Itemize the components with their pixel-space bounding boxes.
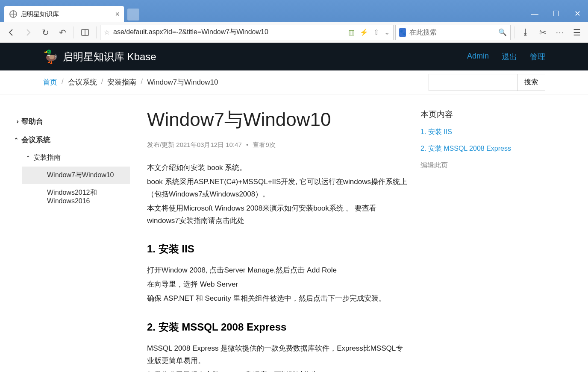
toc-link-iis[interactable]: 1. 安装 IIS [420,128,532,137]
separator [514,26,514,38]
sidebar-label: 会议系统 [21,135,50,145]
search-input[interactable] [409,29,495,36]
forward-button[interactable] [21,25,36,40]
page-search: 搜索 [429,74,545,91]
separator [74,26,74,38]
breadcrumb-bar: 首页 / 会议系统 / 安装指南 / Window7与Window10 搜索 [0,70,588,94]
paw-icon: 🐾 [399,28,406,37]
undo-button[interactable]: ↶ [55,25,70,40]
article-meta: 发布/更新 2021年03月12日 10:47 • 查看9次 [147,141,408,149]
window-controls: — ☐ ✕ [524,5,588,22]
separator [96,26,97,38]
new-tab-button[interactable] [127,9,139,21]
heading-mssql: 2. 安装 MSSQL 2008 Express [147,320,408,334]
url-text: ase/default.aspx?id=-2&title=Window7与Win… [113,28,345,37]
toc-title: 本页内容 [420,109,532,120]
dropdown-icon[interactable]: ⌄ [384,28,390,36]
meta-views: 查看9次 [253,141,275,148]
sidebar-item-install[interactable]: ⌃安装指南 [22,149,130,167]
sidebar-item-helpdesk[interactable]: ⌄帮助台 [10,112,130,131]
main-area: ⌄帮助台 ⌃会议系统 ⌃安装指南 Window7与Window10 Window… [0,94,588,372]
breadcrumb-home[interactable]: 首页 [43,77,57,87]
back-button[interactable] [3,25,19,40]
paragraph: 如果您公司已经有安装MSSQL数据库，可以跳过此步。 [147,369,408,372]
site-logo[interactable]: 🦆 启明星知识库 Kbase [43,49,156,64]
paragraph: book 系统采用ASP.NET(C#)+MSSQL+IIS开发, 它可以运行在… [147,176,408,201]
breadcrumb-item[interactable]: 安装指南 [107,77,136,87]
maximize-button[interactable]: ☐ [545,5,567,22]
paragraph: 确保 ASP.NET 和 Security 里相关组件被选中，然后点击下一步完成… [147,293,408,305]
breadcrumb-item[interactable]: 会议系统 [68,77,97,87]
sidebar-item-meeting[interactable]: ⌃会议系统 [10,131,130,149]
more-icon[interactable]: ⋯ [552,25,567,40]
paragraph: 打开Window 2008, 点击Server Manage,然后点击 Add … [147,264,408,277]
duck-icon: 🦆 [43,49,59,64]
menu-icon[interactable]: ☰ [569,25,585,40]
sidebar-leaf-win2012[interactable]: Windows2012和Windows2016 [22,184,130,209]
download-icon[interactable]: ⭳ [518,25,533,40]
browser-search[interactable]: 🐾 🔍 [395,25,511,40]
table-of-contents: 本页内容 1. 安装 IIS 2. 安装 MSSQL 2008 Express … [420,107,532,372]
page-search-input[interactable] [429,74,517,91]
nav-manage[interactable]: 管理 [530,52,545,62]
sidebar-label: 帮助台 [21,117,43,126]
toc-link-mssql[interactable]: 2. 安装 MSSQL 2008 Express [420,144,532,153]
sidebar-leaf-win7[interactable]: Window7与Window10 [22,167,130,184]
meta-prefix: 发布/更新 [147,141,174,148]
edit-page-link[interactable]: 编辑此页 [420,161,532,170]
nav-exit[interactable]: 退出 [502,52,517,62]
meta-date: 2021年03月12日 10:47 [176,141,241,148]
minimize-button[interactable]: — [524,5,545,22]
flash-icon[interactable]: ⚡ [360,28,368,36]
scissors-icon[interactable]: ✂ [535,25,550,40]
chevron-down-icon: ⌃ [14,137,19,144]
page-search-button[interactable]: 搜索 [517,74,545,91]
breadcrumb-sep: / [141,77,143,87]
url-actions: ▥ ⚡ ⇧ ⌄ [348,28,390,36]
paragraph: 本文将使用Microsoft Windows 2008来演示如何安装book系统… [147,202,408,227]
star-icon[interactable]: ☆ [104,28,110,36]
header-nav: Admin 退出 管理 [467,52,545,62]
paragraph: 本文介绍如何安装 book 系统。 [147,162,408,174]
breadcrumb: 首页 / 会议系统 / 安装指南 / Window7与Window10 [43,77,218,87]
share-icon[interactable]: ⇧ [373,28,379,36]
browser-tab[interactable]: 启明星知识库 × [4,6,124,22]
chevron-down-icon: ⌃ [26,155,31,161]
article-content: Window7与Window10 发布/更新 2021年03月12日 10:47… [130,107,420,372]
sidebar: ⌄帮助台 ⌃会议系统 ⌃安装指南 Window7与Window10 Window… [10,107,130,372]
tab-close-icon[interactable]: × [115,10,120,19]
reader-icon[interactable] [77,25,93,40]
paragraph: MSSQL 2008 Express 是微软提供的一款免费数据库软件，Expre… [147,343,408,367]
dot-icon: • [246,141,248,148]
reload-button[interactable]: ↻ [38,25,53,40]
globe-icon [9,10,17,18]
search-icon[interactable]: 🔍 [498,28,507,36]
heading-iis: 1. 安装 IIS [147,242,408,256]
book-icon[interactable]: ▥ [348,28,355,36]
browser-toolbar: ↻ ↶ ☆ ase/default.aspx?id=-2&title=Windo… [0,22,588,43]
nav-admin[interactable]: Admin [467,52,489,62]
page-title: Window7与Window10 [147,107,408,132]
breadcrumb-sep: / [62,77,64,87]
close-button[interactable]: ✕ [567,5,588,22]
site-header: 🦆 启明星知识库 Kbase Admin 退出 管理 [0,43,588,70]
chevron-right-icon: ⌄ [13,119,20,124]
paragraph: 在向导里，选择 Web Server [147,278,408,291]
brand-text: 启明星知识库 Kbase [63,50,156,64]
address-bar[interactable]: ☆ ase/default.aspx?id=-2&title=Window7与W… [100,25,394,40]
sidebar-label: 安装指南 [33,153,61,162]
browser-titlebar: 启明星知识库 × — ☐ ✕ [0,0,588,22]
breadcrumb-current: Window7与Window10 [147,77,218,87]
tab-title: 启明星知识库 [21,10,59,18]
breadcrumb-sep: / [101,77,103,87]
